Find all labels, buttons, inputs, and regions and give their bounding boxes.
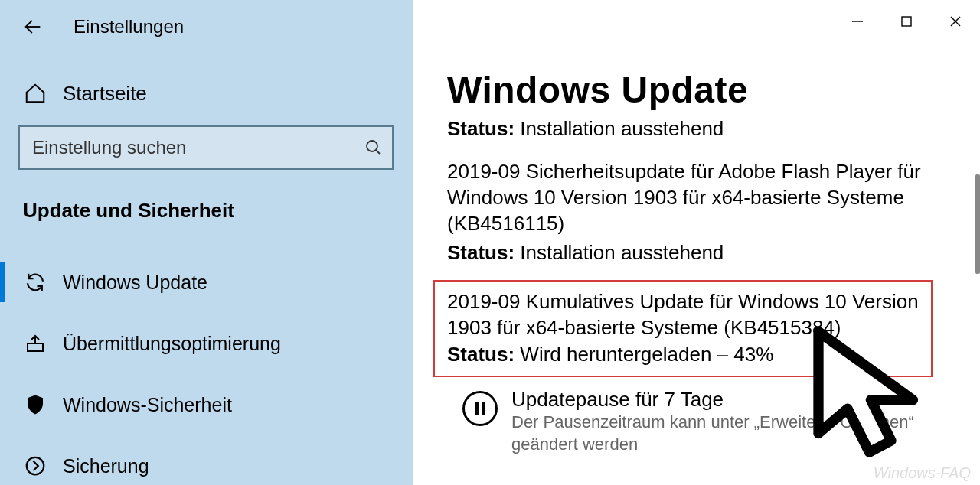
status-label: Status: bbox=[447, 241, 514, 264]
status-value: Wird heruntergeladen – 43% bbox=[520, 343, 773, 366]
update-status: Status: Wird heruntergeladen – 43% bbox=[447, 343, 919, 366]
watermark: Windows-FAQ bbox=[874, 464, 971, 482]
sidebar: Einstellungen Startseite Updat bbox=[0, 0, 413, 485]
window-controls bbox=[833, 6, 980, 37]
sidebar-item-label: Windows-Sicherheit bbox=[63, 394, 232, 416]
sidebar-nav: Windows Update Übermittlungsoptimierung bbox=[0, 252, 413, 485]
content-pane: Windows Update Status: Installation auss… bbox=[413, 0, 980, 485]
sidebar-category: Update und Sicherheit bbox=[0, 199, 413, 223]
pause-updates-row[interactable]: Updatepause für 7 Tage Der Pausenzeitrau… bbox=[447, 388, 926, 455]
sidebar-item-windows-update[interactable]: Windows Update bbox=[0, 252, 413, 313]
update-item: 2019-09 Kumulatives Update für Windows 1… bbox=[447, 289, 919, 341]
sidebar-item-backup[interactable]: Sicherung bbox=[0, 435, 413, 485]
maximize-button[interactable] bbox=[882, 6, 931, 37]
shield-icon bbox=[23, 392, 47, 417]
top-bar: Einstellungen bbox=[0, 8, 413, 46]
pause-text: Updatepause für 7 Tage Der Pausenzeitrau… bbox=[511, 388, 926, 455]
delivery-icon bbox=[23, 331, 47, 356]
sidebar-item-delivery-optimization[interactable]: Übermittlungsoptimierung bbox=[0, 313, 413, 374]
search-input[interactable] bbox=[32, 137, 364, 158]
svg-rect-6 bbox=[902, 17, 911, 26]
update-item: 2019-09 Sicherheitsupdate für Adobe Flas… bbox=[447, 159, 926, 236]
status-label: Status: bbox=[447, 117, 514, 140]
search-icon bbox=[364, 138, 383, 157]
svg-line-2 bbox=[376, 150, 380, 154]
sidebar-home[interactable]: Startseite bbox=[0, 81, 413, 106]
close-button[interactable] bbox=[931, 6, 980, 37]
home-label: Startseite bbox=[63, 82, 147, 106]
app-title: Einstellungen bbox=[74, 16, 184, 37]
status-value: Installation ausstehend bbox=[520, 117, 724, 140]
home-icon bbox=[23, 81, 47, 106]
sidebar-item-windows-security[interactable]: Windows-Sicherheit bbox=[0, 374, 413, 435]
page-title: Windows Update bbox=[447, 69, 926, 111]
sidebar-item-label: Übermittlungsoptimierung bbox=[63, 333, 281, 355]
back-button[interactable] bbox=[21, 15, 44, 38]
overall-status: Status: Installation ausstehend bbox=[447, 117, 926, 141]
status-value: Installation ausstehend bbox=[520, 241, 724, 264]
sync-icon bbox=[23, 270, 47, 295]
sidebar-item-label: Windows Update bbox=[63, 272, 207, 294]
sidebar-item-label: Sicherung bbox=[63, 455, 149, 477]
pause-description: Der Pausenzeitraum kann unter „Erweitert… bbox=[511, 412, 926, 455]
pause-title: Updatepause für 7 Tage bbox=[511, 388, 926, 412]
update-status: Status: Installation ausstehend bbox=[447, 241, 926, 265]
svg-point-4 bbox=[27, 457, 44, 475]
highlighted-update: 2019-09 Kumulatives Update für Windows 1… bbox=[433, 280, 933, 377]
search-box[interactable] bbox=[18, 125, 395, 170]
minimize-button[interactable] bbox=[833, 6, 882, 37]
backup-icon bbox=[23, 454, 47, 478]
scrollbar-thumb[interactable] bbox=[975, 174, 980, 274]
svg-point-1 bbox=[367, 141, 377, 151]
pause-icon bbox=[462, 391, 498, 426]
status-label: Status: bbox=[447, 343, 514, 366]
svg-rect-3 bbox=[28, 343, 43, 351]
